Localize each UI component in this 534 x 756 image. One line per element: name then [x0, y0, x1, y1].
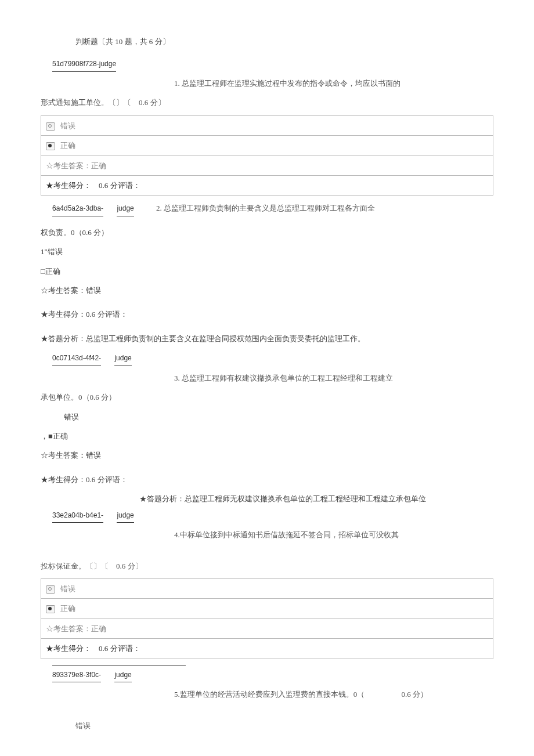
section-heading: 判断题〔共 10 题，共 6 分〕	[75, 35, 493, 48]
question-block-5: 893379e8-3f0c- judge 5.监理单位的经营活动经费应列入监理费…	[41, 668, 493, 732]
question-id-part1: 6a4d5a2a-3dba-	[52, 202, 103, 216]
table-row: ★考生得分： 0.6 分评语：	[41, 639, 493, 659]
option-label: 错误	[60, 584, 75, 593]
option-false[interactable]: 错误	[64, 410, 493, 424]
question-id-part2: judge	[117, 202, 134, 216]
radio-icon	[46, 122, 55, 131]
radio-icon	[46, 605, 55, 613]
question-block-3: 0c07143d-4f42- judge 3. 总监理工程师有权建议撤换承包单位…	[41, 351, 493, 505]
candidate-answer: ☆考生答案：正确	[41, 155, 493, 175]
option-true[interactable]: □正确	[41, 265, 493, 278]
option-true[interactable]: 正确	[41, 599, 493, 618]
option-label: 正确	[60, 604, 75, 613]
question-cont: 权负责。0（0.6 分）	[41, 226, 493, 239]
question-text: 1. 总监理工程师在监理实施过程中发布的指令或命令，均应以书面的 形式通知施工单…	[41, 77, 493, 110]
analysis: ★答题分析：总监理工程师无权建议撤换承包单位的工程工程经理和工程建立承包单位	[139, 492, 470, 505]
candidate-answer: ☆考生答案：错误	[41, 448, 493, 462]
score-line: ★考生得分： 0.6 分评语：	[41, 175, 493, 195]
question-id: 6a4d5a2a-3dba- judge	[52, 202, 146, 217]
question-cont: 形式通知施工单位。〔〕〔 0.6 分〕	[41, 96, 493, 109]
question-lead: 5.监理单位的经营活动经费应列入监理费的直接本钱。0（ 0.6 分）	[174, 688, 493, 701]
question-block-2: 6a4d5a2a-3dba- judge 2. 总监理工程师负责制的主要含义是总…	[41, 201, 493, 345]
analysis: ★答题分析：总监理工程师负责制的主要含义在监理合同授权范围内全面负责受委托的监理…	[41, 332, 493, 345]
question-block-4: 33e2a04b-b4e1- judge 4.中标单位接到中标通知书后借故拖延不…	[41, 508, 493, 665]
table-row: ☆考生答案：正确	[41, 155, 493, 175]
question-text: 5.监理单位的经营活动经费应列入监理费的直接本钱。0（ 0.6 分）	[41, 688, 493, 701]
option-false[interactable]: 错误	[41, 578, 493, 598]
question-lead: 2. 总监理工程师负责制的主要含义是总监理工程师对工程各方面全	[156, 204, 375, 212]
question-text: 4.中标单位接到中标通知书后借故拖延不签合同，招标单位可没收其 投标保证金。〔〕…	[41, 528, 493, 573]
table-row: 正确	[41, 136, 493, 155]
option-label: 错误	[60, 121, 75, 130]
score-line: ★考生得分：0.6 分评语：	[41, 473, 493, 486]
q5-score: 0.6 分）	[402, 690, 428, 699]
answer-table: 错误 正确 ☆考生答案：正确 ★考生得分： 0.6 分评语：	[41, 578, 493, 659]
option-true[interactable]: 正确	[41, 136, 493, 155]
option-false[interactable]: 错误	[75, 719, 493, 732]
question-id-part2: judge	[117, 509, 134, 523]
question-id-part1: 33e2a04b-b4e1-	[52, 509, 103, 523]
candidate-answer: ☆考生答案：错误	[41, 284, 493, 297]
q5-lead-text: 5.监理单位的经营活动经费应列入监理费的直接本钱。0（	[174, 690, 365, 699]
question-id: 33e2a04b-b4e1- judge	[52, 509, 146, 524]
table-row: 正确	[41, 599, 493, 618]
question-cont: 承包单位。0（0.6 分）	[41, 390, 493, 404]
option-true[interactable]: ，■正确	[41, 429, 493, 443]
question-id: 0c07143d-4f42- judge	[52, 352, 143, 367]
radio-icon	[46, 142, 55, 150]
table-row: ★考生得分： 0.6 分评语：	[41, 175, 493, 195]
radio-icon	[46, 585, 55, 594]
question-text: 3. 总监理工程师有权建议撤换承包单位的工程工程经理和工程建立 承包单位。0（0…	[41, 371, 493, 404]
separator	[52, 665, 186, 665]
question-lead: 1. 总监理工程师在监理实施过程中发布的指令或命令，均应以书面的	[174, 77, 493, 90]
question-id-part2: judge	[114, 352, 131, 366]
question-cont: 投标保证金。〔〕〔 0.6 分〕	[41, 559, 493, 573]
option-label: 正确	[60, 141, 75, 150]
score-line: ★考生得分： 0.6 分评语：	[41, 639, 493, 659]
option-false[interactable]: 1"错误	[41, 245, 493, 258]
table-row: ☆考生答案：正确	[41, 618, 493, 638]
table-row: 错误	[41, 115, 493, 135]
candidate-answer: ☆考生答案：正确	[41, 618, 493, 638]
question-lead: 3. 总监理工程师有权建议撤换承包单位的工程工程经理和工程建立	[174, 371, 493, 385]
question-lead: 4.中标单位接到中标通知书后借故拖延不签合同，招标单位可没收其	[174, 528, 493, 541]
question-block-1: 51d79908f728-judge 1. 总监理工程师在监理实施过程中发布的指…	[41, 57, 493, 196]
question-id: 893379e8-3f0c- judge	[52, 669, 143, 683]
option-false[interactable]: 错误	[41, 115, 493, 135]
question-id-part2: judge	[114, 669, 131, 683]
question-id-part1: 0c07143d-4f42-	[52, 352, 101, 366]
score-line: ★考生得分：0.6 分评语：	[41, 308, 493, 321]
answer-table: 错误 正确 ☆考生答案：正确 ★考生得分： 0.6 分评语：	[41, 115, 493, 196]
question-id: 51d79908f728-judge	[52, 58, 116, 72]
table-row: 错误	[41, 578, 493, 598]
question-id-part1: 893379e8-3f0c-	[52, 669, 101, 683]
